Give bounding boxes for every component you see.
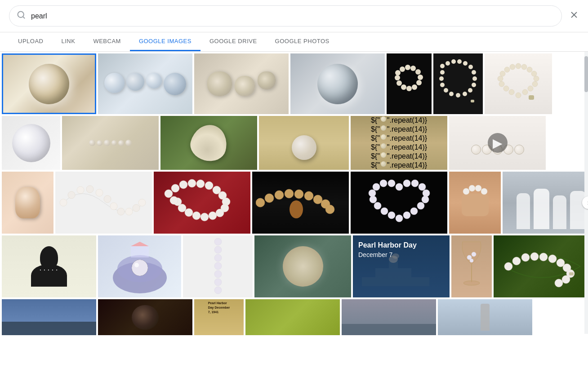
image-cell[interactable] [290, 53, 385, 114]
svg-point-21 [457, 59, 462, 64]
search-bar-container [0, 0, 588, 32]
svg-point-75 [209, 212, 217, 220]
image-cell[interactable] [62, 116, 159, 170]
image-cell[interactable] [194, 53, 289, 114]
tab-link[interactable]: LINK [52, 32, 84, 51]
tab-webcam[interactable]: WEBCAM [84, 32, 130, 51]
svg-point-102 [388, 212, 395, 219]
svg-point-38 [527, 67, 532, 72]
svg-point-98 [417, 202, 424, 209]
svg-point-148 [555, 279, 563, 287]
svg-line-1 [23, 17, 25, 18]
search-input[interactable] [31, 12, 554, 20]
image-cell[interactable] [55, 172, 152, 234]
image-cell[interactable] [2, 53, 96, 114]
image-cell[interactable] [387, 53, 432, 114]
image-cell[interactable] [252, 172, 349, 234]
image-cell[interactable]: ${"".repeat(14)} ${"".repeat(14)} ${"".r… [351, 116, 447, 170]
svg-point-126 [214, 279, 222, 286]
image-cell[interactable]: Pearl HarborDay December7, 1941 [194, 299, 244, 335]
image-cell[interactable]: • • • • • [2, 235, 96, 297]
image-cell[interactable] [485, 53, 552, 114]
image-cell[interactable] [2, 299, 96, 335]
clear-icon[interactable] [569, 10, 579, 22]
scrollbar-thumb[interactable] [584, 56, 588, 92]
svg-point-61 [125, 208, 133, 215]
svg-point-83 [265, 194, 274, 203]
image-cell[interactable] [433, 53, 483, 114]
svg-point-109 [388, 180, 395, 187]
image-cell[interactable] [98, 53, 192, 114]
image-cell[interactable] [160, 116, 257, 170]
tab-upload[interactable]: UPLOAD [9, 32, 52, 51]
image-cell[interactable] [2, 116, 60, 170]
scrollbar[interactable] [584, 52, 588, 334]
image-cell[interactable] [449, 172, 501, 234]
tab-google-drive[interactable]: GOOGLE DRIVE [200, 32, 266, 51]
image-cell[interactable] [259, 116, 349, 170]
svg-point-92 [396, 183, 403, 190]
image-cell[interactable] [183, 235, 253, 297]
svg-rect-52 [529, 95, 534, 100]
svg-point-106 [369, 190, 376, 197]
svg-point-37 [521, 64, 527, 70]
svg-point-94 [411, 180, 419, 187]
svg-point-58 [104, 195, 111, 203]
svg-point-114 [481, 188, 487, 195]
image-cell[interactable] [438, 299, 532, 335]
svg-point-40 [534, 76, 539, 81]
svg-point-28 [463, 92, 467, 96]
image-cell[interactable]: ▶ [449, 116, 546, 170]
svg-point-82 [256, 198, 265, 207]
svg-point-13 [412, 84, 417, 90]
svg-point-78 [185, 208, 193, 217]
tab-google-images[interactable]: GOOGLE IMAGES [130, 32, 200, 51]
tab-google-photos[interactable]: GOOGLE PHOTOS [266, 32, 339, 51]
svg-point-68 [196, 180, 205, 188]
svg-point-7 [400, 66, 405, 72]
svg-point-123 [214, 254, 222, 261]
image-cell[interactable] [254, 235, 351, 297]
image-row-2: ${"".repeat(14)} ${"".repeat(14)} ${"".r… [2, 116, 586, 170]
svg-point-86 [294, 190, 303, 199]
image-cell[interactable] [351, 172, 447, 234]
svg-point-15 [401, 84, 406, 90]
svg-rect-120 [131, 246, 149, 257]
image-cell[interactable] [494, 235, 588, 297]
svg-point-140 [521, 253, 530, 261]
svg-point-136 [472, 252, 476, 257]
pearl-harbor-day-cell[interactable]: Pearl Harbor Day December 7 [353, 235, 450, 297]
svg-point-137 [470, 259, 473, 262]
svg-point-43 [522, 89, 528, 95]
svg-point-141 [530, 252, 539, 261]
svg-point-69 [205, 182, 213, 190]
image-cell[interactable] [154, 172, 250, 234]
svg-point-47 [499, 81, 504, 87]
image-row-5: Pearl HarborDay December7, 1941 [2, 299, 586, 335]
svg-point-124 [214, 262, 222, 270]
image-cell[interactable] [98, 299, 192, 335]
svg-point-96 [423, 190, 430, 197]
image-cell[interactable] [245, 299, 340, 335]
pearl-harbor-overlay: Pearl Harbor Day December 7 [353, 235, 450, 297]
svg-point-44 [516, 93, 521, 98]
image-cell[interactable]: › [503, 172, 588, 234]
svg-point-19 [445, 61, 450, 66]
svg-point-76 [200, 213, 209, 221]
image-cell[interactable] [2, 172, 53, 234]
svg-point-42 [528, 86, 533, 91]
svg-point-51 [510, 64, 515, 70]
svg-point-66 [179, 181, 187, 189]
svg-point-12 [416, 80, 422, 85]
image-cell[interactable] [98, 235, 181, 297]
svg-point-103 [381, 208, 388, 215]
svg-point-139 [512, 257, 521, 265]
video-play-icon: ▶ [488, 133, 508, 153]
image-cell[interactable] [451, 235, 492, 297]
image-row-3: › [2, 172, 586, 234]
svg-point-41 [532, 81, 538, 87]
svg-point-143 [548, 255, 557, 263]
svg-point-54 [68, 191, 75, 199]
svg-point-25 [472, 76, 477, 81]
image-cell[interactable] [342, 299, 436, 335]
